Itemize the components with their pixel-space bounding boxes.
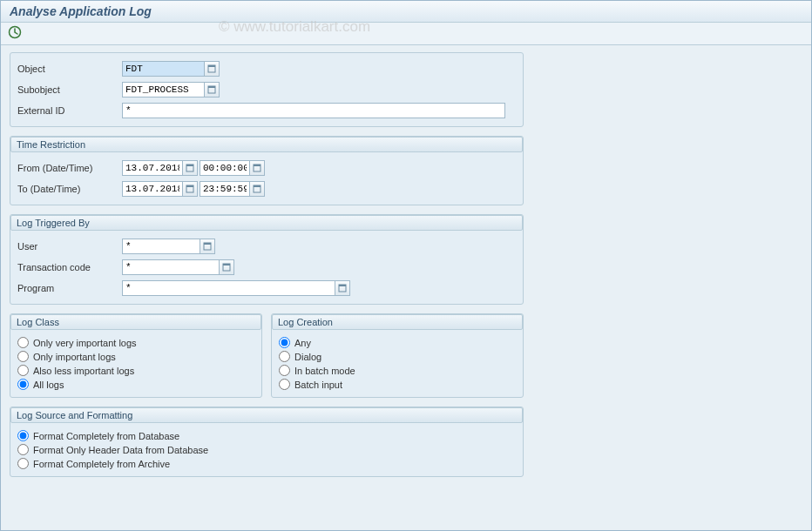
source-title: Log Source and Formatting [10, 407, 523, 423]
svg-rect-16 [223, 264, 230, 266]
toolbar [1, 23, 811, 45]
svg-rect-4 [208, 86, 215, 88]
source-radio-db-header[interactable]: Format Only Header Data from Database [17, 444, 516, 455]
log-creation-radio-batch[interactable]: In batch mode [279, 365, 516, 376]
from-time-input[interactable] [200, 160, 250, 176]
log-class-radio-very-important[interactable]: Only very important logs [17, 337, 254, 348]
page-title: Analyse Application Log [10, 4, 802, 18]
svg-rect-12 [254, 185, 261, 187]
user-f4-icon[interactable] [200, 239, 215, 254]
svg-rect-2 [208, 65, 215, 67]
log-class-opt3: Also less important logs [33, 366, 134, 376]
object-label: Object [17, 64, 122, 74]
user-input[interactable] [122, 239, 200, 254]
log-class-opt2: Only important logs [33, 352, 116, 362]
log-class-radio-all[interactable]: All logs [17, 379, 254, 390]
source-opt2: Format Only Header Data from Database [33, 445, 208, 455]
log-creation-radio-any[interactable]: Any [279, 337, 516, 348]
tcode-input[interactable] [122, 259, 220, 275]
log-class-opt1: Only very important logs [33, 338, 137, 348]
program-label: Program [17, 283, 122, 293]
from-date-input[interactable] [122, 160, 183, 176]
trigger-title: Log Triggered By [10, 215, 523, 231]
external-id-input[interactable] [122, 103, 505, 118]
log-creation-opt2: Dialog [294, 352, 321, 362]
log-class-radio-important[interactable]: Only important logs [17, 351, 254, 362]
log-creation-radio-batch-input[interactable]: Batch input [279, 379, 516, 390]
program-f4-icon[interactable] [335, 280, 350, 296]
program-input[interactable] [122, 280, 335, 296]
object-f4-icon[interactable] [204, 61, 220, 77]
two-col: Log Class Only very important logs Only … [10, 313, 802, 407]
log-creation-opt3: In batch mode [294, 366, 355, 376]
content: Object Subobject External ID Time Restri… [1, 45, 811, 493]
tcode-label: Transaction code [17, 262, 122, 272]
from-label: From (Date/Time) [17, 163, 122, 173]
log-creation-opt4: Batch input [294, 380, 342, 390]
subobject-f4-icon[interactable] [204, 82, 220, 97]
source-opt1: Format Completely from Database [33, 431, 179, 441]
source-radio-archive[interactable]: Format Completely from Archive [17, 458, 516, 469]
log-creation-group: Log Creation Any Dialog In batch mode Ba… [271, 313, 524, 398]
log-creation-title: Log Creation [272, 314, 523, 330]
user-label: User [17, 241, 122, 252]
page-header: Analyse Application Log [1, 1, 811, 23]
to-date-f4-icon[interactable] [182, 181, 198, 197]
time-group: Time Restriction From (Date/Time) To (Da… [10, 136, 524, 205]
source-opt3: Format Completely from Archive [33, 459, 170, 469]
log-creation-opt1: Any [294, 338, 311, 348]
time-title: Time Restriction [10, 137, 523, 152]
source-radio-db-complete[interactable]: Format Completely from Database [17, 430, 516, 441]
log-class-opt4: All logs [33, 380, 64, 390]
subobject-label: Subobject [17, 84, 122, 95]
execute-icon[interactable] [8, 25, 22, 39]
to-label: To (Date/Time) [17, 184, 122, 194]
svg-rect-14 [204, 243, 211, 245]
to-time-input[interactable] [200, 181, 250, 197]
svg-rect-8 [254, 165, 261, 166]
to-time-f4-icon[interactable] [249, 181, 265, 197]
log-class-group: Log Class Only very important logs Only … [10, 313, 262, 398]
tcode-f4-icon[interactable] [219, 259, 234, 275]
svg-rect-18 [339, 285, 346, 286]
trigger-group: Log Triggered By User Transaction code P… [10, 214, 524, 305]
external-id-label: External ID [17, 105, 122, 116]
from-date-f4-icon[interactable] [182, 160, 198, 176]
svg-rect-10 [186, 185, 193, 187]
from-time-f4-icon[interactable] [249, 160, 265, 176]
log-class-radio-less-important[interactable]: Also less important logs [17, 365, 254, 376]
svg-rect-6 [186, 165, 193, 166]
subobject-input[interactable] [122, 82, 205, 97]
object-input[interactable] [122, 61, 205, 77]
to-date-input[interactable] [122, 181, 183, 197]
log-creation-radio-dialog[interactable]: Dialog [279, 351, 516, 362]
filter-group: Object Subobject External ID [10, 52, 524, 127]
log-class-title: Log Class [10, 314, 261, 330]
source-group: Log Source and Formatting Format Complet… [10, 407, 524, 477]
